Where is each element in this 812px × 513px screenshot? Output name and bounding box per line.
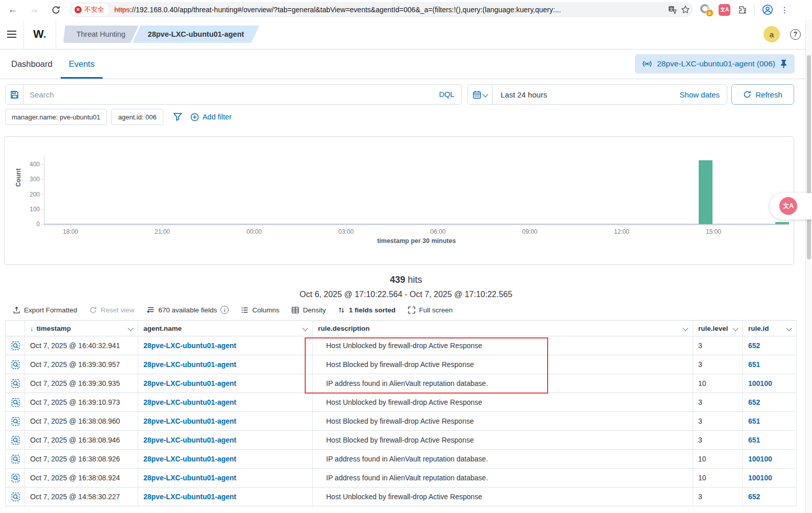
breadcrumb-agent[interactable]: 28pve-LXC-ubuntu01-agent	[133, 26, 260, 43]
cell-rule-level: 10	[693, 450, 743, 469]
rule-id-link[interactable]: 651	[748, 436, 760, 444]
export-formatted-button[interactable]: Export Formatted	[13, 306, 77, 314]
cell-rule-description: Host Blocked by firewall-drop Active Res…	[313, 412, 693, 431]
avatar[interactable]: a	[764, 26, 780, 42]
rule-id-link[interactable]: 100100	[748, 379, 772, 387]
inspect-document-icon[interactable]	[11, 341, 19, 351]
columns-button[interactable]: Columns	[241, 306, 279, 314]
tab-dashboard[interactable]: Dashboard	[3, 50, 61, 79]
browser-reload-button[interactable]	[47, 1, 64, 18]
inspect-document-icon[interactable]	[11, 417, 19, 426]
rule-id-link[interactable]: 652	[748, 341, 760, 350]
header-rule-id[interactable]: rule.id	[743, 321, 797, 336]
rule-id-link[interactable]: 651	[748, 360, 760, 369]
browser-toolbar: ← → ✕ 不安全 https://192.168.0.40/app/threa…	[0, 0, 812, 20]
agent-name-link[interactable]: 28pve-LXC-ubuntu01-agent	[143, 455, 236, 463]
filter-bar: manager.name: pve-ubuntu01agent.id: 006 …	[5, 109, 232, 125]
show-dates-link[interactable]: Show dates	[680, 90, 727, 99]
y-tick-mark	[41, 224, 43, 225]
cell-agent-name: 28pve-LXC-ubuntu01-agent	[138, 393, 313, 412]
header-rule-level[interactable]: rule.level	[693, 321, 743, 336]
extension-with-badge-icon[interactable]: 8	[700, 4, 711, 15]
agent-name-link[interactable]: 28pve-LXC-ubuntu01-agent	[143, 417, 236, 425]
cell-rule-description: Host Blocked by firewall-drop Active Res…	[313, 355, 693, 374]
events-histogram-panel: Count010020030040018:0021:0000:0003:0006…	[4, 136, 794, 265]
available-fields-button[interactable]: 670 available fields i	[146, 306, 229, 314]
rule-id-link[interactable]: 652	[748, 398, 760, 406]
calendar-dropdown-button[interactable]	[468, 85, 493, 104]
saved-query-button[interactable]	[6, 85, 23, 104]
cell-rule-description: Host Unblocked by firewall-drop Active R…	[313, 393, 693, 412]
cell-rule-id: 100100	[743, 374, 797, 393]
translate-fab-button[interactable]: 文A	[779, 197, 797, 215]
refresh-button[interactable]: Refresh	[731, 84, 794, 105]
filter-pill[interactable]: agent.id: 006	[111, 109, 163, 125]
x-tick-label: 03:00	[338, 228, 354, 235]
browser-back-button[interactable]: ←	[4, 1, 21, 18]
row-expand-cell	[6, 393, 25, 412]
density-button[interactable]: Density	[291, 306, 326, 314]
header-rule-description[interactable]: rule.description	[313, 321, 693, 336]
cell-rule-description: IP address found in AlienVault reputatio…	[313, 450, 693, 469]
translate-icon[interactable]: 文	[668, 6, 677, 14]
agent-name-link[interactable]: 28pve-LXC-ubuntu01-agent	[143, 474, 236, 482]
agent-name-link[interactable]: 28pve-LXC-ubuntu01-agent	[143, 360, 236, 369]
histogram-bar[interactable]	[775, 222, 789, 224]
bookmark-star-icon[interactable]	[681, 5, 690, 14]
browser-profile-icon[interactable]	[762, 4, 773, 15]
info-icon[interactable]: i	[220, 306, 229, 314]
scrollbar-thumb[interactable]	[807, 55, 811, 259]
tab-events[interactable]: Events	[61, 50, 103, 79]
agent-name-link[interactable]: 28pve-LXC-ubuntu01-agent	[143, 398, 236, 406]
filter-funnel-icon[interactable]	[173, 112, 182, 121]
agent-name-link[interactable]: 28pve-LXC-ubuntu01-agent	[143, 379, 236, 387]
histogram-bar[interactable]	[699, 160, 712, 224]
fullscreen-button[interactable]: Full screen	[408, 306, 453, 314]
toolbar-divider	[754, 5, 755, 15]
inspect-document-icon[interactable]	[11, 492, 19, 502]
chevron-down-icon	[732, 325, 738, 331]
header-agent-name[interactable]: agent.name	[138, 321, 313, 336]
row-expand-cell	[6, 355, 25, 374]
extensions-puzzle-icon[interactable]	[737, 5, 747, 15]
rule-id-link[interactable]: 100100	[748, 474, 772, 482]
translate-extension-icon[interactable]: 文A	[719, 4, 730, 16]
add-filter-button[interactable]: Add filter	[190, 113, 232, 121]
agent-name-link[interactable]: 28pve-LXC-ubuntu01-agent	[143, 493, 236, 501]
rule-id-link[interactable]: 651	[748, 417, 760, 425]
x-tick-mark	[162, 225, 163, 228]
inspect-document-icon[interactable]	[11, 473, 19, 483]
header-timestamp[interactable]: ↓timestamp	[25, 321, 138, 336]
y-tick-mark	[41, 194, 43, 195]
time-range-label[interactable]: Last 24 hours	[493, 90, 547, 99]
address-bar[interactable]: ✕ 不安全 https://192.168.0.40/app/threat-hu…	[69, 2, 693, 17]
not-secure-icon: ✕	[75, 6, 82, 13]
cell-rule-id: 100100	[743, 469, 797, 487]
fields-icon	[146, 306, 155, 314]
wazuh-logo[interactable]: W.	[24, 28, 56, 41]
agent-name-link[interactable]: 28pve-LXC-ubuntu01-agent	[143, 341, 236, 350]
browser-menu-kebab-icon[interactable]: ⋮	[780, 9, 783, 11]
search-input[interactable]	[23, 90, 432, 99]
hamburger-menu-button[interactable]	[0, 20, 23, 49]
pin-icon[interactable]	[780, 59, 788, 68]
agent-name-link[interactable]: 28pve-LXC-ubuntu01-agent	[143, 436, 236, 444]
y-tick-label: 400	[22, 161, 40, 168]
query-language-button[interactable]: DQL	[432, 90, 461, 99]
browser-forward-button[interactable]: →	[26, 1, 43, 18]
rule-id-link[interactable]: 652	[748, 493, 760, 501]
pinned-agent-badge[interactable]: 28pve-LXC-ubuntu01-agent (006)	[635, 54, 795, 74]
reset-view-button[interactable]: Reset view	[89, 306, 134, 314]
rule-id-link[interactable]: 100100	[748, 455, 772, 463]
sorted-fields-button[interactable]: 1 fields sorted	[338, 306, 396, 314]
cell-timestamp: Oct 7, 2025 @ 16:39:30.935	[25, 374, 138, 393]
help-icon[interactable]: ?	[790, 29, 801, 40]
inspect-document-icon[interactable]	[11, 454, 19, 464]
inspect-document-icon[interactable]	[11, 360, 19, 370]
breadcrumb-threat-hunting[interactable]: Threat Hunting	[63, 26, 139, 43]
security-badge[interactable]: ✕ 不安全	[71, 4, 109, 16]
filter-pill[interactable]: manager.name: pve-ubuntu01	[5, 109, 107, 125]
inspect-document-icon[interactable]	[11, 379, 19, 388]
inspect-document-icon[interactable]	[11, 435, 19, 445]
inspect-document-icon[interactable]	[11, 398, 19, 407]
